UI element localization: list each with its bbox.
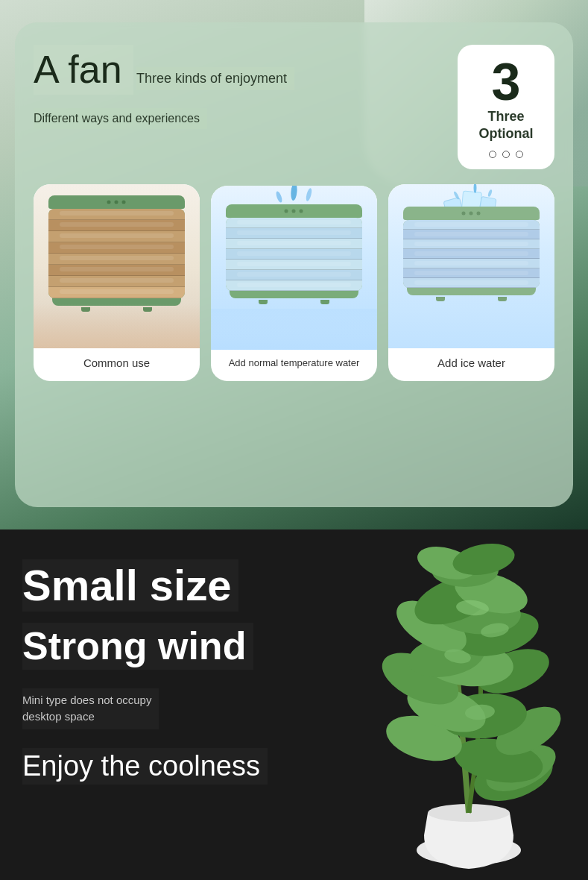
top-section: A fan Three kinds of enjoyment Different…	[0, 0, 588, 529]
fan-bottom-2	[230, 291, 359, 298]
fan-dots-2	[285, 210, 303, 213]
fan-dot-3c	[477, 211, 481, 215]
grill3-3	[403, 239, 540, 249]
dot-1	[489, 151, 496, 158]
fan-card-common: Common use	[34, 184, 200, 382]
fan-dots-1	[107, 200, 126, 204]
header-row: A fan Three kinds of enjoyment Different…	[34, 45, 554, 169]
bottom-right-plant	[358, 529, 588, 880]
grill2-3	[226, 239, 362, 249]
fan-dot-1a	[107, 200, 111, 204]
fan-image-3	[388, 184, 554, 348]
fan-label-1: Common use	[34, 348, 200, 382]
feature-card: A fan Three kinds of enjoyment Different…	[15, 22, 573, 507]
grill3-6	[403, 268, 540, 278]
subtitle-experiences: Different ways and experiences	[34, 108, 207, 129]
plant-decoration	[358, 529, 588, 880]
fan-main-2	[226, 218, 362, 291]
fan-top-2	[226, 204, 362, 218]
grill-3	[48, 231, 185, 242]
mist-effect-2	[211, 309, 377, 339]
grill-4	[48, 242, 185, 254]
grill-5	[48, 254, 185, 265]
fan-dot-2c	[300, 210, 303, 213]
grill-1	[48, 209, 185, 220]
badge-dots	[472, 151, 540, 158]
small-size-text: Small size	[22, 559, 238, 612]
grill3-7	[403, 278, 540, 288]
subtitle-enjoyment: Three kinds of enjoyment	[136, 67, 294, 90]
enjoy-coolness-text: Enjoy the coolness	[22, 748, 268, 785]
fan-bottom-3	[407, 288, 537, 295]
fan-foot-r2	[320, 300, 329, 304]
bottom-left: Small size Strong wind Mini type does no…	[0, 529, 358, 880]
fan-grill-3	[403, 220, 540, 288]
fan-main-3	[403, 220, 540, 288]
svg-point-8	[487, 189, 493, 197]
fan-top-1	[48, 195, 185, 209]
mini-desc: Mini type does not occupydesktop space	[22, 688, 159, 729]
fan-grill-1	[48, 209, 185, 298]
fan-dots-3	[462, 211, 481, 215]
fan-dot-1c	[122, 200, 126, 204]
fan-main-1	[48, 209, 185, 298]
fan-dot-2b	[292, 210, 296, 213]
fan-dot-1b	[115, 200, 118, 204]
grill3-2	[403, 230, 540, 239]
grill3-4	[403, 249, 540, 259]
dot-3	[516, 151, 523, 158]
svg-point-1	[290, 186, 297, 201]
badge-number: 3	[472, 56, 540, 108]
plant-svg	[358, 529, 588, 880]
strong-wind-text: Strong wind	[22, 623, 253, 670]
fans-row: Common use	[34, 184, 554, 382]
grill2-2	[226, 228, 362, 239]
grill2-6	[226, 270, 362, 280]
grill-2	[48, 220, 185, 231]
hand-decoration-1	[34, 304, 200, 348]
grill2-1	[226, 218, 362, 228]
grill2-7	[226, 280, 362, 291]
grill2-4	[226, 249, 362, 260]
grill-8	[48, 287, 185, 298]
svg-point-0	[275, 191, 283, 204]
grill-7	[48, 276, 185, 287]
grill2-5	[226, 260, 362, 270]
fan-card-ice: Add ice water	[388, 184, 554, 382]
fan-foot-r3	[498, 297, 507, 301]
dot-2	[502, 151, 510, 158]
grill-6	[48, 265, 185, 276]
svg-point-2	[305, 188, 312, 202]
number-badge: 3 Three Optional	[458, 45, 554, 169]
fan-feet-2	[232, 300, 356, 304]
fan-label-3: Add ice water	[388, 348, 554, 382]
badge-label-line2: Optional	[472, 125, 540, 142]
fan-dot-2a	[285, 210, 288, 213]
fan-label-2: Add normal temperature water	[211, 350, 377, 381]
fan-foot-l2	[259, 300, 268, 304]
grill3-5	[403, 259, 540, 268]
fan-foot-l3	[436, 297, 445, 301]
fan-body-1	[34, 184, 200, 312]
fan-dot-3b	[470, 211, 473, 215]
title-block: A fan Three kinds of enjoyment Different…	[34, 45, 443, 129]
bottom-section: Small size Strong wind Mini type does no…	[0, 529, 588, 880]
badge-label-line1: Three	[472, 108, 540, 125]
grill3-1	[403, 220, 540, 230]
page-title: A fan	[34, 45, 133, 95]
fan-grill-2	[226, 218, 362, 291]
fan-dot-3a	[462, 211, 466, 215]
fan-card-water: Add normal temperature water	[211, 186, 377, 381]
fan-top-3	[403, 207, 540, 220]
fan-feet-3	[409, 297, 534, 301]
fan-image-1	[34, 184, 200, 348]
fan-image-2	[211, 186, 377, 350]
